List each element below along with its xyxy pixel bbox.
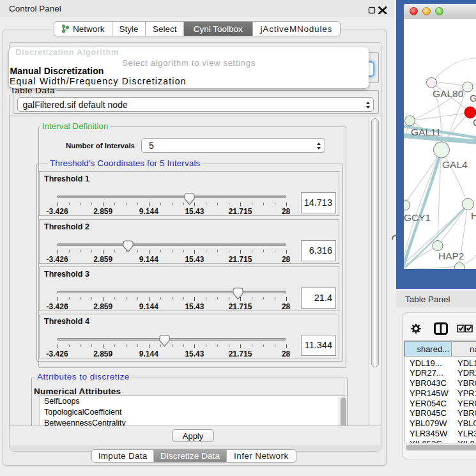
svg-text:C: C — [473, 117, 476, 128]
svg-text:GAL4: GAL4 — [442, 159, 468, 170]
svg-text:H: H — [471, 210, 476, 221]
svg-text:GCY1: GCY1 — [404, 212, 431, 223]
svg-text:GAL11: GAL11 — [411, 127, 441, 137]
svg-text:GAL80: GAL80 — [433, 88, 464, 99]
svg-text:HAP2: HAP2 — [438, 250, 464, 261]
svg-text:GA: GA — [470, 93, 476, 104]
